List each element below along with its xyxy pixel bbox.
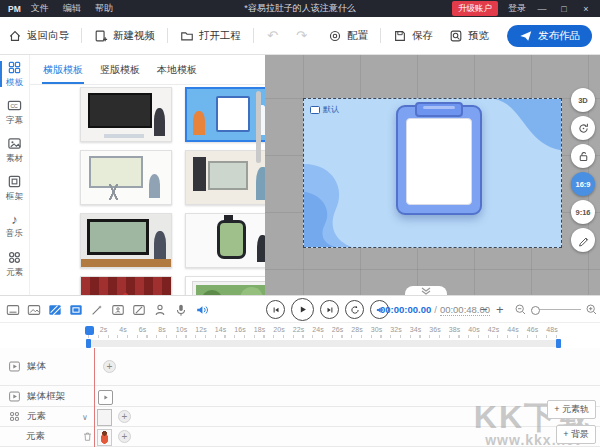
sidebar-item-frame[interactable]: 框架 bbox=[0, 169, 29, 207]
scene-label[interactable]: 默认 bbox=[310, 104, 339, 115]
replay-button[interactable] bbox=[345, 300, 364, 319]
playhead-marker[interactable] bbox=[85, 326, 94, 335]
template-thumbnail[interactable] bbox=[80, 213, 172, 268]
add-frame-icon[interactable] bbox=[69, 303, 83, 317]
ratio-16-9-button[interactable]: 16:9 bbox=[571, 172, 595, 196]
publish-button[interactable]: 发布作品 bbox=[507, 25, 592, 47]
range-handle-right[interactable] bbox=[556, 339, 561, 348]
add-element-button[interactable]: + bbox=[118, 410, 131, 423]
home-icon bbox=[8, 29, 22, 43]
add-element-button[interactable]: + bbox=[118, 430, 131, 443]
maximize-button[interactable]: □ bbox=[558, 4, 570, 14]
playbar: 00:00:00.00 / 00:00:48.00 − + bbox=[0, 295, 600, 322]
add-background-icon[interactable] bbox=[48, 303, 62, 317]
add-element-track-button[interactable]: + 元素轨 bbox=[547, 400, 596, 419]
menu-help[interactable]: 帮助 bbox=[95, 2, 113, 15]
skip-end-button[interactable] bbox=[320, 300, 339, 319]
add-character-icon[interactable] bbox=[153, 303, 167, 317]
preview-button[interactable]: 预览 bbox=[441, 29, 497, 43]
close-button[interactable]: × bbox=[580, 4, 592, 14]
rotate-button[interactable] bbox=[571, 116, 595, 140]
template-thumbnail-selected[interactable] bbox=[185, 87, 265, 142]
collapse-track-chevron[interactable]: ∨ bbox=[82, 413, 88, 422]
playhead-line[interactable] bbox=[94, 348, 95, 447]
paper-plane-icon bbox=[519, 29, 533, 43]
tab-portrait-templates[interactable]: 竖版模板 bbox=[99, 56, 141, 84]
ruler-tick-label: 30s bbox=[371, 326, 382, 333]
sidebar-item-subtitle[interactable]: CC 字幕 bbox=[0, 93, 29, 131]
open-project-button[interactable]: 打开工程 bbox=[172, 29, 249, 43]
sidebar-item-template[interactable]: 模板 bbox=[0, 55, 29, 93]
add-element-icon[interactable] bbox=[132, 303, 146, 317]
save-button[interactable]: 保存 bbox=[385, 29, 441, 43]
template-thumbnail[interactable] bbox=[80, 150, 172, 205]
ratio-9-16-button[interactable]: 9:16 bbox=[571, 200, 595, 224]
timeline-ruler[interactable]: 2s4s6s8s10s12s14s16s18s20s22s24s26s28s30… bbox=[0, 322, 600, 338]
app-logo: PM bbox=[8, 4, 21, 14]
transport-controls bbox=[266, 296, 389, 323]
range-handle-left[interactable] bbox=[86, 339, 91, 348]
media-frame-clip[interactable] bbox=[98, 390, 113, 405]
zoom-out-icon[interactable] bbox=[514, 303, 527, 316]
skip-start-button[interactable] bbox=[266, 300, 285, 319]
sidebar-item-material[interactable]: 素材 bbox=[0, 131, 29, 169]
login-button[interactable]: 登录 bbox=[508, 2, 526, 15]
stage-canvas[interactable]: 默认 3D 16:9 9:16 bbox=[265, 55, 600, 295]
back-to-wizard-button[interactable]: 返回向导 bbox=[0, 29, 77, 43]
left-sidebar: 模板 CC 字幕 素材 框架 ♪ 音乐 元素 bbox=[0, 55, 30, 295]
record-voice-icon[interactable] bbox=[174, 303, 188, 317]
thumbnail-art bbox=[193, 157, 206, 191]
ruler-tick-label: 12s bbox=[195, 326, 206, 333]
menu-file[interactable]: 文件 bbox=[31, 2, 49, 15]
play-button[interactable] bbox=[291, 298, 314, 321]
timeline-range-bar[interactable] bbox=[0, 338, 600, 348]
track-row-element-sub: 元素 + bbox=[0, 427, 600, 447]
sidebar-item-element[interactable]: 元素 bbox=[0, 245, 29, 283]
menu-edit[interactable]: 编辑 bbox=[63, 2, 81, 15]
tab-local-templates[interactable]: 本地模板 bbox=[156, 56, 198, 84]
play-box-icon bbox=[101, 393, 110, 402]
delete-track-icon[interactable] bbox=[82, 431, 93, 442]
lock-button[interactable] bbox=[571, 144, 595, 168]
new-video-button[interactable]: 新建视频 bbox=[86, 29, 163, 43]
app-window: PM 文件 编辑 帮助 *容易拉肚子的人该注意什么 升级账户 登录 — □ × … bbox=[0, 0, 600, 447]
template-thumbnail[interactable] bbox=[185, 150, 265, 205]
template-thumbnail[interactable] bbox=[185, 276, 265, 295]
add-media-button[interactable]: + bbox=[103, 360, 116, 373]
track-label: 媒体框架 bbox=[27, 390, 65, 403]
undo-icon[interactable]: ↶ bbox=[258, 28, 287, 43]
edit-scene-button[interactable] bbox=[571, 228, 595, 252]
add-background-button[interactable]: + 背景 bbox=[556, 425, 596, 444]
duration-increase-button[interactable]: + bbox=[496, 296, 504, 323]
scene[interactable]: 默认 bbox=[303, 98, 562, 248]
ruler-tick-label: 8s bbox=[158, 326, 165, 333]
add-scene-icon[interactable] bbox=[111, 303, 125, 317]
ruler-tick-label: 32s bbox=[390, 326, 401, 333]
zoom-in-icon[interactable] bbox=[585, 303, 598, 316]
template-thumbnail[interactable] bbox=[80, 87, 172, 142]
minimize-button[interactable]: — bbox=[536, 4, 548, 14]
redo-icon[interactable]: ↷ bbox=[287, 28, 316, 43]
folder-icon bbox=[180, 29, 194, 43]
range-bar-track[interactable] bbox=[88, 340, 558, 347]
template-thumbnail[interactable] bbox=[185, 213, 265, 268]
sidebar-item-music[interactable]: ♪ 音乐 bbox=[0, 207, 29, 245]
clipboard-graphic[interactable] bbox=[396, 105, 482, 215]
duration-decrease-button[interactable]: − bbox=[480, 296, 488, 323]
add-subtitle-icon[interactable] bbox=[6, 303, 20, 317]
3d-mode-button[interactable]: 3D bbox=[571, 88, 595, 112]
character-clip-thumbnail[interactable] bbox=[97, 429, 112, 446]
track-tools bbox=[6, 296, 209, 323]
zoom-slider-knob[interactable] bbox=[531, 306, 540, 315]
add-media-icon[interactable] bbox=[27, 303, 41, 317]
panel-scrollbar[interactable] bbox=[256, 91, 261, 163]
template-thumbnail[interactable] bbox=[80, 276, 172, 295]
zoom-slider[interactable] bbox=[531, 305, 581, 315]
canvas-collapse-handle[interactable] bbox=[405, 286, 447, 295]
add-sound-icon[interactable] bbox=[195, 303, 209, 317]
add-effect-icon[interactable] bbox=[90, 303, 104, 317]
element-clip-thumbnail[interactable] bbox=[97, 409, 112, 426]
upgrade-account-button[interactable]: 升级账户 bbox=[452, 1, 498, 16]
tab-landscape-templates[interactable]: 横版模板 bbox=[42, 56, 84, 84]
config-button[interactable]: 配置 bbox=[320, 29, 376, 43]
